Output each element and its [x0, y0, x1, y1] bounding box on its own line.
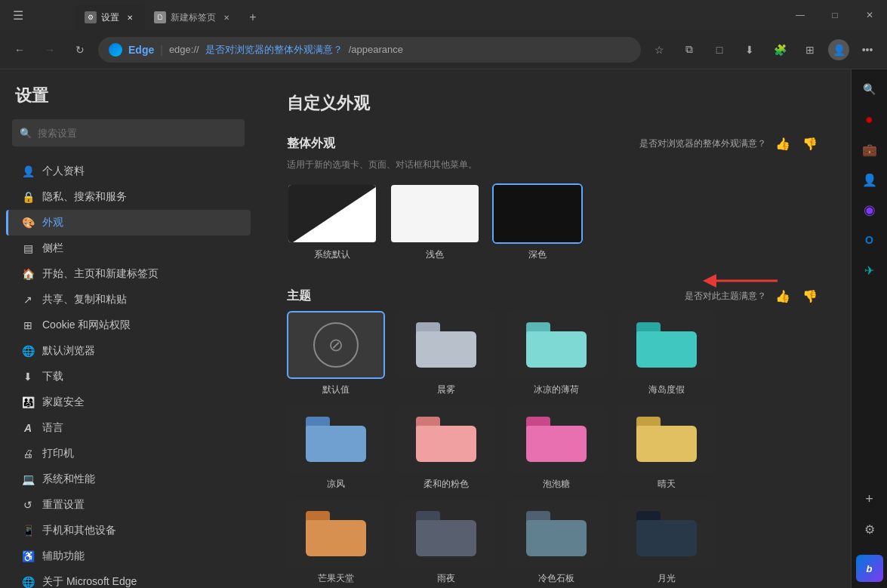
theme-card-light-img: [390, 183, 480, 244]
sidebar-item-accessibility[interactable]: ♿ 辅助功能: [6, 543, 251, 569]
theme-card-dark[interactable]: 深色: [492, 183, 583, 261]
address-brand: Edge: [128, 44, 154, 56]
forward-button[interactable]: →: [38, 38, 62, 62]
color-theme-bubble[interactable]: 泡泡糖: [507, 405, 605, 491]
profile-button[interactable]: 👤: [828, 39, 849, 60]
theme-thumbup-button[interactable]: 👍: [772, 285, 793, 306]
sidebar-toggle-btn[interactable]: ☰: [6, 3, 30, 27]
sidebar-item-profile[interactable]: 👤 个人资料: [6, 159, 251, 184]
theme-thumbdown-button[interactable]: 👎: [799, 285, 821, 306]
color-theme-default[interactable]: ⊘ 默认值: [287, 311, 385, 396]
bing-sidebar-button[interactable]: ⊞: [798, 38, 822, 62]
settings-more-button[interactable]: •••: [855, 38, 879, 62]
sidebar-item-default-browser[interactable]: 🌐 默认浏览器: [6, 338, 251, 364]
sidebar-item-share[interactable]: ↗ 共享、复制和粘贴: [6, 287, 251, 312]
sidebar-item-language[interactable]: A 语言: [6, 415, 251, 441]
color-theme-pink[interactable]: 柔和的粉色: [397, 405, 495, 491]
color-theme-sunny[interactable]: 晴天: [618, 405, 716, 491]
right-circle-icon[interactable]: ◉: [856, 196, 883, 223]
overall-thumbup-button[interactable]: 👍: [772, 133, 793, 154]
tab-settings[interactable]: ⚙ 设置 ✕: [75, 5, 145, 30]
theme-card-light[interactable]: 浅色: [390, 183, 480, 261]
right-settings-icon[interactable]: ⚙: [856, 516, 883, 543]
color-theme-mint-img: [507, 311, 605, 379]
sidebar-item-profile-label: 个人资料: [42, 165, 85, 178]
color-theme-rainy[interactable]: 雨夜: [397, 500, 495, 585]
color-theme-pink-label: 柔和的粉色: [397, 478, 495, 491]
split-screen-button[interactable]: □: [707, 38, 731, 62]
minimize-button[interactable]: —: [783, 0, 818, 30]
sidebar-item-start[interactable]: 🏠 开始、主页和新建标签页: [6, 261, 251, 287]
sidebar-item-downloads-label: 下载: [42, 370, 63, 383]
main-layout: 设置 🔍 👤 个人资料 🔒 隐私、搜索和服务 🎨 外观 ▤ 侧栏 🏠 开始、主页…: [0, 69, 887, 588]
sidebar-item-reset[interactable]: ↺ 重置设置: [6, 492, 251, 518]
tab-settings-close[interactable]: ✕: [124, 11, 136, 23]
right-send-icon[interactable]: ✈: [856, 257, 883, 284]
sidebar-item-downloads[interactable]: ⬇ 下载: [6, 364, 251, 389]
color-theme-mint[interactable]: 冰凉的薄荷: [507, 311, 605, 396]
slate-folder-icon: [526, 511, 587, 556]
overall-thumbdown-button[interactable]: 👎: [799, 133, 821, 154]
settings-search-box[interactable]: 🔍: [12, 119, 245, 146]
color-theme-cool-img: [287, 405, 385, 473]
right-person-icon[interactable]: 👤: [856, 166, 883, 193]
color-theme-mango[interactable]: 芒果天堂: [287, 500, 385, 585]
sidebar-item-privacy[interactable]: 🔒 隐私、搜索和服务: [6, 184, 251, 210]
address-settings: 是否对浏览器的整体外观满意？: [205, 43, 343, 57]
right-briefcase-icon[interactable]: 💼: [856, 136, 883, 163]
right-outlook-icon[interactable]: O: [856, 226, 883, 254]
color-theme-slate[interactable]: 冷色石板: [507, 500, 605, 585]
address-input[interactable]: Edge | edge://是否对浏览器的整体外观满意？/appearance: [98, 37, 641, 63]
sidebar-item-sidebar[interactable]: ▤ 侧栏: [6, 236, 251, 261]
sidebar-item-mobile[interactable]: 📱 手机和其他设备: [6, 518, 251, 543]
title-bar: ☰ ⚙ 设置 ✕ 🗋 新建标签页 ✕ + — □ ✕: [0, 0, 887, 30]
address-separator: |: [160, 44, 163, 56]
close-button[interactable]: ✕: [852, 0, 887, 30]
tab-group: ⚙ 设置 ✕ 🗋 新建标签页 ✕ +: [30, 0, 783, 30]
sidebar-item-cookies[interactable]: ⊞ Cookie 和网站权限: [6, 312, 251, 338]
family-icon: 👨‍👩‍👧: [21, 396, 35, 408]
star-button[interactable]: ☆: [647, 38, 671, 62]
sidebar-item-appearance[interactable]: 🎨 外观: [6, 210, 251, 236]
sidebar-item-print-label: 打印机: [42, 447, 74, 460]
sidebar-item-family[interactable]: 👨‍👩‍👧 家庭安全: [6, 389, 251, 415]
overall-section-title: 整体外观: [287, 136, 335, 152]
color-theme-cool[interactable]: 凉风: [287, 405, 385, 491]
reset-icon: ↺: [21, 499, 35, 511]
color-theme-moon[interactable]: 月光: [618, 500, 716, 585]
right-brand-icon[interactable]: ●: [856, 106, 883, 133]
sidebar-title: 设置: [0, 85, 257, 119]
right-search-icon[interactable]: 🔍: [856, 75, 883, 103]
bing-button[interactable]: b: [856, 555, 883, 582]
tab-search-button[interactable]: ⧉: [677, 38, 701, 62]
sidebar-item-accessibility-label: 辅助功能: [42, 550, 85, 563]
color-theme-mint-label: 冰凉的薄荷: [507, 383, 605, 396]
sidebar-icon: ▤: [21, 242, 35, 254]
sidebar-item-about[interactable]: 🌐 关于 Microsoft Edge: [6, 569, 251, 588]
color-theme-island[interactable]: 海岛度假: [618, 311, 716, 396]
sidebar-item-system[interactable]: 💻 系统和性能: [6, 466, 251, 492]
theme-section-header: 主题 是否对此主题满意？ 👍 👎: [287, 285, 821, 306]
tab-newtab[interactable]: 🗋 新建标签页 ✕: [145, 5, 242, 30]
extensions-button[interactable]: 🧩: [768, 38, 792, 62]
color-theme-default-img: ⊘: [287, 311, 385, 379]
sidebar-item-print[interactable]: 🖨 打印机: [6, 441, 251, 466]
maximize-button[interactable]: □: [818, 0, 852, 30]
refresh-button[interactable]: ↻: [68, 38, 92, 62]
back-button[interactable]: ←: [8, 38, 32, 62]
content-title: 自定义外观: [287, 92, 821, 115]
tab-newtab-close[interactable]: ✕: [220, 11, 233, 23]
right-add-icon[interactable]: +: [856, 485, 883, 513]
tab-settings-label: 设置: [101, 11, 119, 24]
settings-search-input[interactable]: [38, 128, 237, 139]
search-icon: 🔍: [20, 128, 32, 139]
settings-sidebar: 设置 🔍 👤 个人资料 🔒 隐私、搜索和服务 🎨 外观 ▤ 侧栏 🏠 开始、主页…: [0, 69, 257, 588]
theme-feedback: 是否对此主题满意？ 👍 👎: [685, 285, 821, 306]
color-theme-foggy[interactable]: 晨雾: [397, 311, 495, 396]
theme-card-system[interactable]: 系统默认: [287, 183, 377, 261]
browser-essentials-button[interactable]: ⬇: [738, 38, 762, 62]
new-tab-button[interactable]: +: [242, 5, 264, 30]
color-theme-bubble-img: [507, 405, 605, 473]
sunny-folder-icon: [636, 417, 697, 462]
theme-cards-row1: ⊘ 默认值 晨雾: [287, 311, 821, 396]
